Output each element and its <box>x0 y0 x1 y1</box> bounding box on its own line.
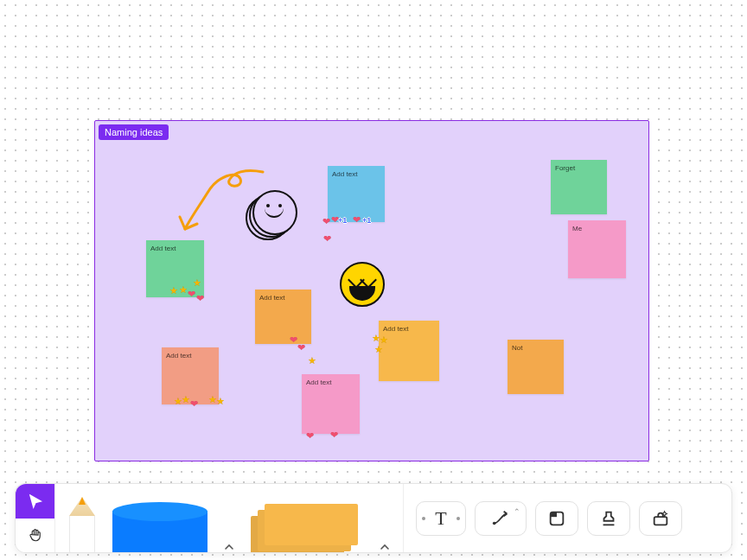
heart-icon[interactable]: ❤ <box>297 342 305 353</box>
heart-icon[interactable]: ❤ <box>330 430 338 441</box>
text-icon: T <box>435 507 446 530</box>
pen-tool[interactable] <box>61 484 104 552</box>
canvas[interactable]: Naming ideas Add text Add text Add text … <box>0 0 747 560</box>
text-tool[interactable]: T <box>416 501 466 536</box>
heart-icon[interactable]: ❤ <box>306 430 314 442</box>
stamp-tool[interactable] <box>587 501 630 536</box>
frame-icon <box>547 509 566 528</box>
stamp-icon <box>599 509 618 528</box>
frame-naming-ideas[interactable]: Naming ideas Add text Add text Add text … <box>94 120 649 461</box>
sticky-pink-1[interactable]: Add text <box>302 374 360 434</box>
toolbar: T ⌃ <box>15 483 732 553</box>
sticky-stack-icon <box>251 504 363 552</box>
heart-icon[interactable]: ❤ <box>290 334 297 346</box>
shape-tool-caret[interactable] <box>216 542 242 552</box>
heart-icon[interactable]: ❤ <box>190 398 198 410</box>
star-icon[interactable]: ★ <box>179 284 188 296</box>
sticky-pink-2[interactable]: Me <box>568 220 626 278</box>
more-tools[interactable] <box>639 501 682 536</box>
cylinder-icon <box>112 502 208 552</box>
sticky-tool[interactable] <box>242 484 372 552</box>
face-drawing[interactable] <box>246 190 297 242</box>
frame-label[interactable]: Naming ideas <box>99 124 169 140</box>
hand-mode-button[interactable] <box>16 519 54 553</box>
select-mode-button[interactable] <box>16 484 54 519</box>
connector-icon <box>491 509 510 528</box>
heart-icon[interactable]: ❤ <box>323 233 331 245</box>
svg-rect-3 <box>654 517 667 525</box>
toolbox-sparkle-icon <box>651 509 670 528</box>
pencil-icon <box>69 497 95 552</box>
heart-icon[interactable]: ❤ <box>322 216 330 227</box>
star-icon[interactable]: ★ <box>182 394 190 405</box>
sticky-orange-2[interactable]: Not <box>508 340 564 394</box>
sticky-tool-caret[interactable] <box>372 542 398 552</box>
chevron-up-icon: ⌃ <box>514 507 520 516</box>
heart-icon[interactable]: ❤ <box>188 289 195 300</box>
heart-icon[interactable]: ❤ <box>353 214 361 226</box>
shape-tool[interactable] <box>104 484 216 552</box>
svg-rect-2 <box>551 512 557 517</box>
star-icon[interactable]: ★ <box>169 285 178 296</box>
star-icon[interactable]: ★ <box>216 396 225 407</box>
star-icon[interactable]: ★ <box>374 344 383 355</box>
plus1-reaction[interactable]: +1 <box>362 216 371 225</box>
sticky-green-2[interactable]: Forget <box>551 160 607 214</box>
frame-tool[interactable] <box>535 501 578 536</box>
plus1-reaction[interactable]: +1 <box>338 216 347 225</box>
laugh-emoji-stamp[interactable] <box>340 262 385 307</box>
sticky-orange-1[interactable]: Add text <box>255 290 311 344</box>
heart-icon[interactable]: ❤ <box>196 293 204 304</box>
sticky-amber[interactable]: Add text <box>379 321 439 381</box>
star-icon[interactable]: ★ <box>193 277 201 289</box>
star-icon[interactable]: ★ <box>308 355 316 366</box>
connector-tool[interactable]: ⌃ <box>475 501 527 536</box>
svg-point-0 <box>493 521 496 525</box>
